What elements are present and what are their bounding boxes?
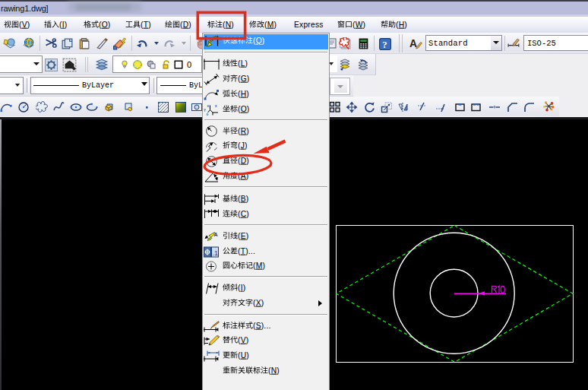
svg-text:(L): (L) <box>238 59 248 68</box>
svg-text:(G): (G) <box>238 74 250 82</box>
svg-text:.1: .1 <box>213 249 219 256</box>
svg-text:(N): (N) <box>268 366 280 374</box>
svg-text:o: o <box>207 113 209 116</box>
svg-text:(D): (D) <box>238 157 249 165</box>
svg-text:(J): (J) <box>238 141 248 150</box>
svg-text:(S)...: (S)... <box>253 321 271 329</box>
svg-text:(C): (C) <box>238 209 249 217</box>
svg-text:(E): (E) <box>238 231 248 239</box>
svg-text:Y: Y <box>204 108 206 112</box>
svg-text:x: x <box>215 104 217 108</box>
svg-text:A: A <box>214 231 218 236</box>
svg-text:(O): (O) <box>238 104 250 113</box>
svg-text:(I): (I) <box>238 284 245 292</box>
svg-text:(V): (V) <box>238 336 248 344</box>
svg-text:(X): (X) <box>253 299 264 307</box>
svg-text:(B): (B) <box>238 194 248 202</box>
svg-text:(H): (H) <box>238 90 249 98</box>
svg-text:(A): (A) <box>238 172 248 180</box>
svg-text:o: o <box>207 104 210 108</box>
svg-text:(T)...: (T)... <box>238 246 255 255</box>
svg-text:(R): (R) <box>238 126 249 135</box>
svg-text:(Q): (Q) <box>253 36 265 45</box>
svg-text:(M): (M) <box>253 261 265 269</box>
svg-text:(U): (U) <box>238 350 249 359</box>
